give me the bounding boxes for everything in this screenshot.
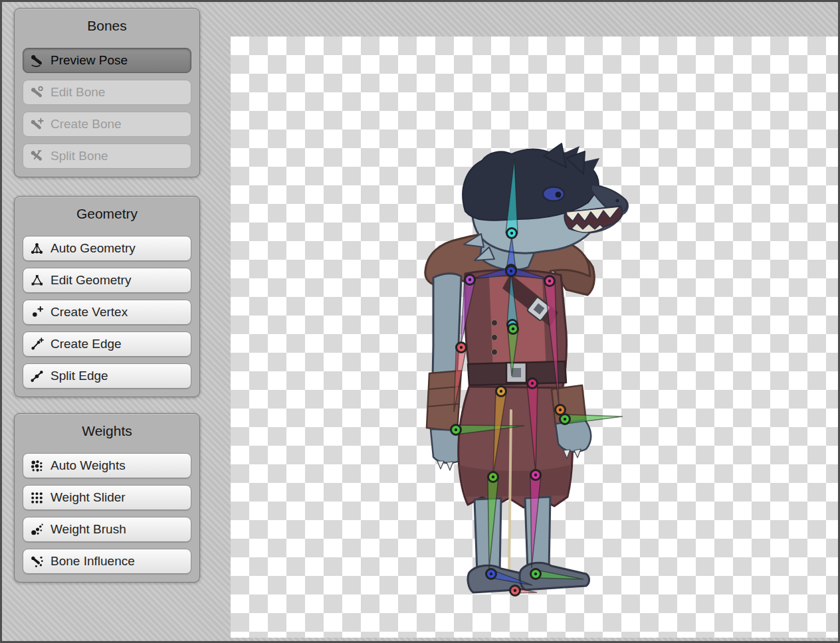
weight-slider-button[interactable]: Weight Slider — [23, 485, 191, 510]
split-bone-icon — [30, 149, 44, 163]
create-bone-icon — [30, 118, 44, 132]
create-bone-label: Create Bone — [51, 117, 122, 132]
split-edge-button[interactable]: Split Edge — [23, 363, 191, 389]
split-bone-button[interactable]: Split Bone — [23, 143, 191, 169]
edit-geometry-button[interactable]: Edit Geometry — [23, 268, 191, 293]
auto-geometry-icon — [30, 242, 44, 256]
bones-panel-title: Bones — [15, 9, 199, 41]
joint-center-hand-left — [455, 428, 457, 431]
joint-center-head — [510, 232, 513, 234]
joint-center-wrist-right — [559, 409, 562, 411]
edit-bone-icon — [30, 86, 44, 100]
bone-influence-button[interactable]: Bone Influence — [23, 549, 191, 574]
weight-brush-button[interactable]: Weight Brush — [23, 517, 191, 542]
weights-panel: Weights Auto Weights Weight Slider — [14, 413, 200, 583]
joint-center-upper-arm-left — [469, 278, 471, 281]
scene-svg — [231, 37, 840, 638]
joint-center-pelvis — [512, 327, 514, 330]
create-vertex-button[interactable]: Create Vertex — [23, 300, 191, 325]
joint-center-shin-left — [492, 476, 494, 478]
edit-geometry-label: Edit Geometry — [51, 273, 131, 288]
bone-influence-label: Bone Influence — [51, 554, 135, 569]
create-edge-button[interactable]: Create Edge — [23, 331, 191, 357]
weight-brush-label: Weight Brush — [51, 522, 126, 537]
vest-buttons — [492, 320, 498, 355]
split-edge-icon — [30, 369, 44, 383]
edit-bone-label: Edit Bone — [51, 85, 105, 100]
edit-bone-button[interactable]: Edit Bone — [23, 80, 191, 105]
create-vertex-icon — [30, 306, 44, 320]
split-bone-label: Split Bone — [51, 149, 108, 163]
joint-center-forearm-left — [460, 346, 463, 349]
joint-center-upper-arm-right — [548, 280, 551, 282]
sprite-canvas[interactable] — [231, 37, 840, 638]
geometry-panel-title: Geometry — [15, 197, 199, 229]
auto-weights-button[interactable]: Auto Weights — [23, 453, 191, 478]
joint-center-clavicle-right — [510, 270, 512, 272]
joint-center-thigh-right — [531, 382, 534, 385]
weight-slider-label: Weight Slider — [51, 490, 126, 505]
joint-center-foot-right — [534, 573, 537, 575]
weight-brush-icon — [30, 523, 44, 537]
bones-panel: Bones Preview Pose Edit Bone Create Bone… — [14, 8, 200, 177]
weight-slider-icon — [30, 491, 44, 505]
preview-pose-label: Preview Pose — [51, 53, 128, 68]
hand-right-sprite — [556, 420, 591, 452]
joint-center-shin-right — [534, 474, 537, 476]
create-vertex-label: Create Vertex — [51, 305, 128, 320]
edit-geometry-icon — [30, 274, 44, 288]
geometry-panel: Geometry Auto Geometry Edit Geometry Cre… — [14, 196, 200, 397]
preview-pose-button[interactable]: Preview Pose — [23, 48, 191, 73]
auto-weights-label: Auto Weights — [51, 458, 126, 473]
joint-center-hand-right — [564, 418, 566, 420]
nostril — [615, 199, 619, 202]
create-bone-button[interactable]: Create Bone — [23, 112, 191, 137]
joint-center-thigh-left — [500, 390, 502, 393]
create-edge-label: Create Edge — [51, 337, 122, 351]
bone-influence-icon — [30, 555, 44, 569]
auto-weights-icon — [30, 459, 44, 473]
auto-geometry-label: Auto Geometry — [51, 241, 136, 256]
auto-geometry-button[interactable]: Auto Geometry — [23, 236, 191, 261]
pupil — [556, 192, 562, 198]
create-edge-icon — [30, 337, 44, 351]
joint-center-foot-left — [490, 573, 492, 575]
preview-pose-icon — [30, 54, 44, 68]
split-edge-label: Split Edge — [51, 369, 108, 383]
weights-panel-title: Weights — [15, 414, 199, 446]
joint-center-toe-left — [514, 589, 516, 592]
